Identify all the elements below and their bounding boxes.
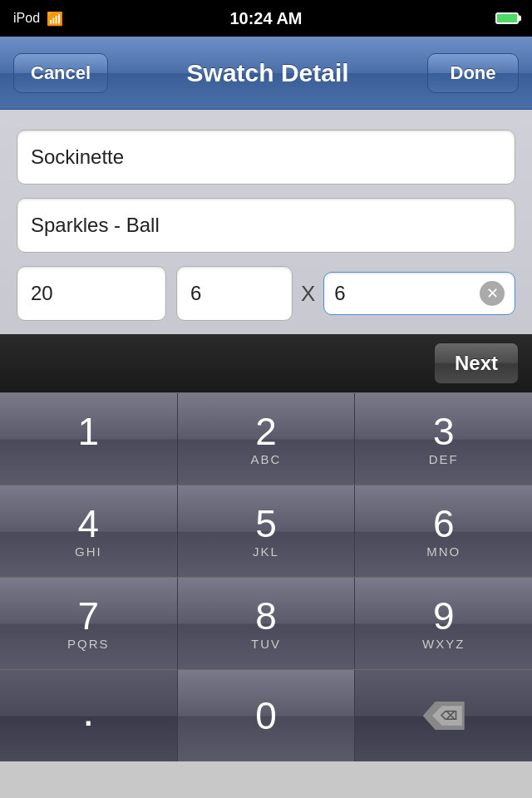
x-label: X	[301, 281, 315, 307]
key-4[interactable]: 4 GHI	[0, 485, 178, 577]
key-0-number: 0	[255, 693, 277, 738]
svg-text:⌫: ⌫	[440, 709, 457, 722]
key-3-letters: DEF	[429, 452, 459, 466]
next-button[interactable]: Next	[434, 342, 519, 384]
size-field[interactable]	[17, 266, 166, 321]
numeric-keyboard: 1 2 ABC 3 DEF 4 GHI 5 JKL 6 MNO 7 PQRS	[0, 392, 532, 761]
key-8-letters: TUV	[251, 637, 281, 651]
status-right	[495, 12, 519, 24]
key-5[interactable]: 5 JKL	[178, 485, 356, 577]
key-6-number: 6	[433, 505, 455, 543]
key-7-number: 7	[78, 597, 100, 635]
name-field[interactable]	[17, 130, 515, 185]
key-1-letters	[86, 452, 91, 466]
dimensions-row: X ✕	[17, 266, 515, 321]
status-left: iPod 📶	[13, 11, 63, 27]
key-4-letters: GHI	[75, 544, 102, 559]
key-2-letters: ABC	[251, 452, 282, 466]
key-7[interactable]: 7 PQRS	[0, 578, 178, 669]
key-5-letters: JKL	[253, 544, 279, 559]
keyboard-toolbar: Next	[0, 334, 532, 392]
delete-shape: ⌫	[423, 702, 465, 730]
key-6-letters: MNO	[426, 544, 461, 559]
key-3-number: 3	[433, 412, 455, 451]
key-dot[interactable]: .	[0, 670, 178, 761]
page-title: Swatch Detail	[108, 59, 427, 87]
content-area: X ✕	[0, 110, 532, 334]
key-8-number: 8	[255, 597, 277, 635]
battery-fill	[497, 14, 517, 22]
key-1[interactable]: 1	[0, 393, 178, 485]
battery-icon	[495, 12, 519, 24]
clear-button[interactable]: ✕	[480, 281, 505, 306]
done-button[interactable]: Done	[427, 53, 519, 93]
key-2-number: 2	[255, 412, 277, 451]
status-time: 10:24 AM	[229, 9, 302, 28]
key-1-number: 1	[78, 412, 100, 451]
width-field[interactable]	[176, 266, 293, 321]
wifi-icon: 📶	[47, 11, 63, 27]
key-4-number: 4	[78, 505, 100, 543]
key-3[interactable]: 3 DEF	[355, 393, 532, 485]
cancel-button[interactable]: Cancel	[13, 53, 108, 93]
key-9-letters: WXYZ	[422, 637, 465, 651]
key-dot-symbol: .	[84, 698, 92, 733]
key-delete[interactable]: ⌫	[355, 670, 532, 761]
key-9[interactable]: 9 WXYZ	[355, 578, 532, 669]
status-bar: iPod 📶 10:24 AM	[0, 0, 532, 37]
key-row-1: 1 2 ABC 3 DEF	[0, 392, 532, 485]
key-6[interactable]: 6 MNO	[355, 485, 532, 577]
key-5-number: 5	[255, 505, 277, 543]
key-row-4: . 0 ⌫	[0, 669, 532, 761]
multiplier-group: X ✕	[176, 266, 515, 321]
height-field[interactable]	[334, 282, 480, 305]
height-field-container: ✕	[323, 272, 515, 315]
description-field[interactable]	[17, 198, 515, 253]
key-row-2: 4 GHI 5 JKL 6 MNO	[0, 485, 532, 577]
key-2[interactable]: 2 ABC	[178, 393, 356, 485]
key-row-3: 7 PQRS 8 TUV 9 WXYZ	[0, 577, 532, 669]
key-0[interactable]: 0	[178, 670, 356, 761]
key-8[interactable]: 8 TUV	[178, 578, 356, 669]
device-label: iPod	[13, 11, 40, 26]
delete-icon: ⌫	[432, 706, 462, 726]
key-7-letters: PQRS	[67, 637, 110, 651]
key-9-number: 9	[433, 597, 455, 635]
nav-bar: Cancel Swatch Detail Done	[0, 37, 532, 110]
